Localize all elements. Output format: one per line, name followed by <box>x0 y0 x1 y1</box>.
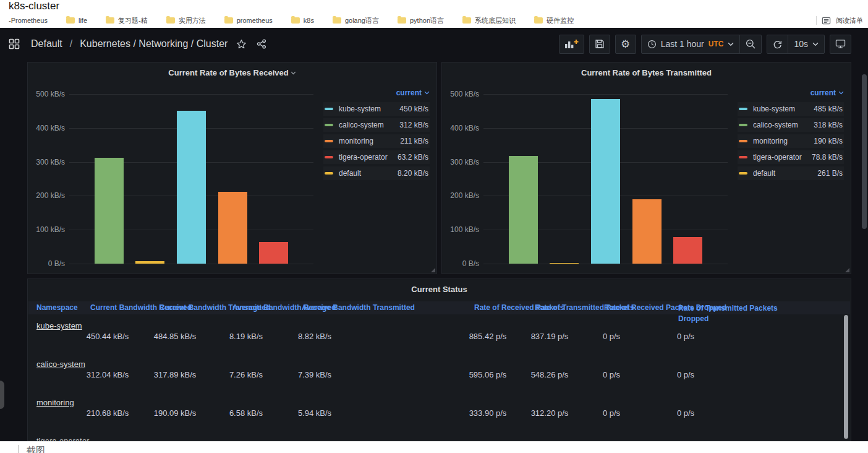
bar-tigera-operator[interactable] <box>673 237 702 264</box>
legend-item-tigera-operator[interactable]: tigera-operator78.8 kB/s <box>738 150 844 164</box>
legend-color-swatch <box>325 140 333 142</box>
bookmark-item[interactable]: python语言 <box>398 16 444 25</box>
divider <box>816 16 817 25</box>
panel-resize-handle[interactable] <box>431 268 435 272</box>
bookmark-label: life <box>79 17 87 24</box>
chevron-down-icon <box>424 91 430 95</box>
legend-color-swatch <box>739 172 747 175</box>
legend-series-value: 450 kB/s <box>399 105 428 113</box>
bookmark-item[interactable]: golang语言 <box>333 16 379 25</box>
table-cell: 0 p/s <box>568 332 655 341</box>
bookmark-item[interactable]: 系统底层知识 <box>462 16 516 25</box>
bar-kube-system[interactable] <box>177 111 206 264</box>
breadcrumb-dashboard[interactable]: Kubernetes / Networking / Cluster <box>80 38 228 50</box>
page-scrollbar[interactable] <box>862 74 867 229</box>
panel-title[interactable]: Current Status <box>28 285 851 294</box>
legend-item-kube-system[interactable]: kube-system450 kB/s <box>323 102 430 116</box>
table-scrollbar[interactable] <box>844 315 848 439</box>
bar-monitoring[interactable] <box>218 192 247 264</box>
legend-series-value: 190 kB/s <box>814 137 843 145</box>
breadcrumb-home[interactable]: Default <box>31 38 62 50</box>
bookmark-item[interactable]: 实用方法 <box>166 16 206 25</box>
bar-default[interactable] <box>135 261 164 264</box>
legend-item-calico-system[interactable]: calico-system318 kB/s <box>738 118 844 132</box>
y-axis-tick: 0 B/s <box>28 259 65 268</box>
zoom-out-time-button[interactable] <box>739 35 761 53</box>
chevron-down-icon <box>728 42 734 46</box>
table-row: tigera-operator <box>28 430 851 441</box>
table-cell: 8.82 kB/s <box>271 332 358 341</box>
table-column-header[interactable]: Namespace <box>36 303 78 312</box>
folder-icon <box>66 17 75 24</box>
kiosk-mode-button[interactable] <box>830 35 851 54</box>
y-axis-tick: 500 kB/s <box>28 90 65 98</box>
legend-series-value: 312 kB/s <box>399 121 428 129</box>
bar-calico-system[interactable] <box>95 158 124 264</box>
add-panel-button[interactable] <box>559 35 584 54</box>
bookmarks-bar: -Prometheuslife复习题-精实用方法prometheusk8sgol… <box>9 15 863 26</box>
folder-icon <box>106 17 114 24</box>
panel-bytes-received: Current Rate of Bytes Received 500 kB/s4… <box>27 62 437 274</box>
gridline <box>483 264 728 264</box>
namespace-link[interactable]: tigera-operator <box>36 436 89 441</box>
bar-default[interactable] <box>550 263 579 264</box>
bar-tigera-operator[interactable] <box>259 242 288 264</box>
dashboard-settings-button[interactable]: ⚙ <box>615 35 636 54</box>
legend-series-value: 211 kB/s <box>400 137 428 145</box>
panel-resize-handle[interactable] <box>845 268 849 272</box>
time-range-picker[interactable]: Last 1 hour UTC <box>642 35 740 53</box>
folder-icon <box>291 17 300 24</box>
chevron-down-icon <box>838 91 844 95</box>
panel-current-status: Current Status NamespaceCurrent Bandwidt… <box>27 278 851 441</box>
legend-sort-current[interactable]: current <box>323 88 430 97</box>
apps-grid-icon[interactable] <box>9 38 20 50</box>
legend-item-calico-system[interactable]: calico-system312 kB/s <box>323 118 430 132</box>
namespace-link[interactable]: calico-system <box>36 360 85 369</box>
legend-item-tigera-operator[interactable]: tigera-operator63.2 kB/s <box>323 150 430 164</box>
bar-calico-system[interactable] <box>509 156 538 264</box>
legend-item-default[interactable]: default8.20 kB/s <box>323 166 430 180</box>
refresh-interval-picker[interactable]: 10s <box>788 35 824 53</box>
table-row: monitoring210.68 kB/s190.09 kB/s6.58 kB/… <box>28 392 851 430</box>
star-icon[interactable] <box>236 39 247 50</box>
y-axis-tick: 400 kB/s <box>28 124 65 132</box>
bookmark-item[interactable]: life <box>66 17 87 24</box>
namespace-link[interactable]: monitoring <box>36 398 74 407</box>
namespace-link[interactable]: kube-system <box>36 321 82 330</box>
bookmark-item[interactable]: prometheus <box>224 17 273 24</box>
bookmark-item[interactable]: k8s <box>291 17 314 24</box>
share-icon[interactable] <box>257 39 266 49</box>
bookmark-label: golang语言 <box>345 16 379 25</box>
bookmark-label: 系统底层知识 <box>475 16 516 25</box>
folder-icon <box>333 17 341 24</box>
sidebar-handle[interactable] <box>0 381 4 409</box>
save-dashboard-button[interactable] <box>589 35 610 54</box>
legend-series-name: calico-system <box>339 121 384 129</box>
bookmark-item[interactable]: 复习题-精 <box>106 16 148 25</box>
table-column-header[interactable]: Average Bandwidth Transmitted <box>302 303 415 312</box>
bar-monitoring[interactable] <box>632 199 662 264</box>
table-row: kube-system450.44 kB/s484.85 kB/s8.19 kB… <box>28 315 851 353</box>
refresh-button[interactable] <box>767 35 788 53</box>
bar-kube-system[interactable] <box>591 99 620 264</box>
legend-item-default[interactable]: default261 B/s <box>738 166 844 180</box>
legend-item-monitoring[interactable]: monitoring190 kB/s <box>738 134 844 148</box>
bookmark-label: python语言 <box>410 16 444 25</box>
legend-item-monitoring[interactable]: monitoring211 kB/s <box>323 134 430 148</box>
chart-legend: current kube-system485 kB/scalico-system… <box>738 88 844 183</box>
legend-series-name: tigera-operator <box>753 153 802 162</box>
y-axis-tick: 0 B/s <box>442 259 479 268</box>
table-cell: 5.94 kB/s <box>271 408 358 418</box>
legend-color-swatch <box>739 108 747 110</box>
legend-series-value: 261 B/s <box>817 169 843 178</box>
table-header-row: NamespaceCurrent Bandwidth ReceivedCurre… <box>28 301 850 314</box>
dashboard-navbar: Default / Kubernetes / Networking / Clus… <box>0 28 868 60</box>
legend-item-kube-system[interactable]: kube-system485 kB/s <box>738 102 844 116</box>
footer-strip: 截图 <box>0 441 868 453</box>
bookmark-item[interactable]: -Prometheus <box>9 17 48 24</box>
reading-list-label[interactable]: 阅读清单 <box>836 16 863 25</box>
legend-series-name: kube-system <box>339 105 381 113</box>
legend-sort-current[interactable]: current <box>738 88 844 97</box>
gridline <box>483 94 728 95</box>
bookmark-item[interactable]: 硬件监控 <box>534 16 574 25</box>
